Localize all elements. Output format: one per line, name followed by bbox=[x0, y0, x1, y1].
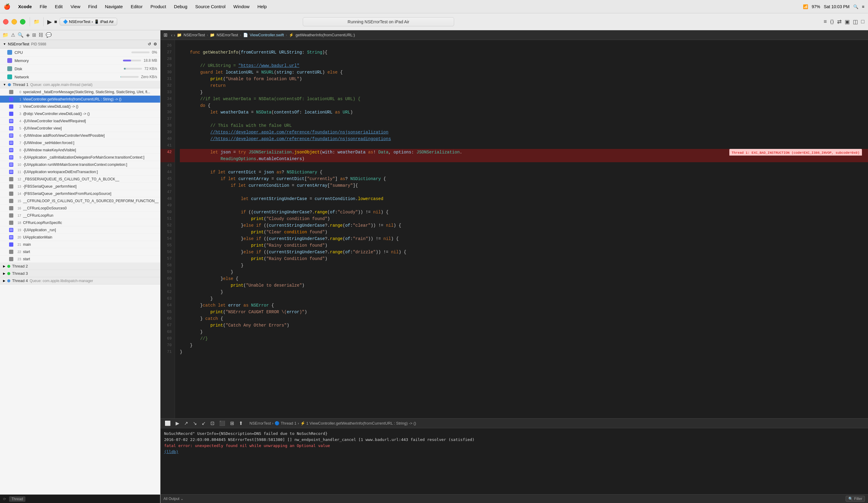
frame-0[interactable]: 0 specialized _fatalErrorMessage(StaticS… bbox=[0, 88, 160, 96]
minimize-button[interactable] bbox=[11, 19, 17, 24]
editor-grid-icon[interactable]: ⊞ bbox=[164, 32, 167, 38]
step-over-icon[interactable]: ↗ bbox=[183, 420, 189, 427]
nav-warning-icon[interactable]: ⚠ bbox=[11, 32, 15, 38]
menu-extras-icon[interactable]: ≡ bbox=[862, 4, 864, 9]
frame-19[interactable]: 19 -[UIApplication _run] bbox=[0, 227, 160, 234]
thread-1-chevron[interactable]: ▼ bbox=[3, 83, 6, 86]
network-resource[interactable]: Network Zero KB/s bbox=[0, 73, 160, 81]
nav-link-icon[interactable]: ⛓ bbox=[39, 32, 43, 38]
menu-file[interactable]: File bbox=[39, 3, 48, 10]
menu-product[interactable]: Product bbox=[149, 3, 167, 10]
nav-folder-icon[interactable]: 📁 bbox=[2, 32, 9, 38]
disk-resource[interactable]: Disk 72 KB/s bbox=[0, 65, 160, 73]
frame-2[interactable]: 2 ViewController.viewDidLoad() -> () bbox=[0, 103, 160, 110]
layout-icon-1[interactable]: ≡ bbox=[823, 18, 828, 25]
frame-6[interactable]: 6 -[UIWindow addRootViewControllerViewIf… bbox=[0, 132, 160, 139]
nav-search-icon[interactable]: 🔍 bbox=[18, 32, 24, 38]
frame-5[interactable]: 5 -[UIViewController view] bbox=[0, 125, 160, 132]
breadcrumb-file[interactable]: ViewController.swift bbox=[250, 33, 284, 37]
close-button[interactable] bbox=[3, 19, 9, 24]
frame-13[interactable]: 13 -[FBSSerialQueue _performNext] bbox=[0, 183, 160, 190]
frame-10[interactable]: 10 -[UIApplication runWithMainScene:tran… bbox=[0, 161, 160, 168]
maximize-button[interactable] bbox=[20, 19, 25, 24]
frame-17[interactable]: 17 __CFRunLoopRun bbox=[0, 212, 160, 219]
code-editor[interactable]: 26 27 28 29 30 31 32 33 34 35 36 37 38 3… bbox=[161, 40, 868, 418]
frame-18[interactable]: 18 CFRunLoopRunSpecific bbox=[0, 219, 160, 227]
output-label[interactable]: All Output ⌄ bbox=[164, 497, 184, 501]
menu-window[interactable]: Window bbox=[232, 3, 251, 10]
stop-button[interactable]: ■ bbox=[54, 19, 57, 24]
navigator-icon[interactable]: 📁 bbox=[34, 19, 40, 24]
frame-8[interactable]: 8 -[UIWindow makeKeyAndVisible] bbox=[0, 146, 160, 154]
layout-icon-2[interactable]: ⟨⟩ bbox=[829, 18, 835, 26]
search-icon[interactable]: 🔍 bbox=[853, 4, 858, 9]
frame-12[interactable]: 12 _FBSSERIAlQUEUE_IS_CALLING_OUT_TO_A_B… bbox=[0, 176, 160, 183]
apple-menu[interactable]: 🍎 bbox=[4, 3, 10, 10]
frame-7[interactable]: 7 -[UIWindow _setHidden:forced:] bbox=[0, 139, 160, 146]
nav-filter-icon[interactable]: ◈ bbox=[26, 32, 30, 38]
menu-view[interactable]: View bbox=[69, 3, 81, 10]
thread-2-header[interactable]: ▶ Thread 2 bbox=[0, 263, 160, 270]
frame-20[interactable]: 20 UIApplicationMain bbox=[0, 234, 160, 241]
layout-icon-3[interactable]: ⇄ bbox=[837, 18, 842, 26]
thread-2-chevron[interactable]: ▶ bbox=[3, 264, 6, 268]
step-into-icon[interactable]: ↘ bbox=[192, 420, 198, 427]
layout-icon-5[interactable]: ◫ bbox=[852, 18, 859, 26]
frame-14[interactable]: 14 -[FBSSerialQueue _performNextFromRunL… bbox=[0, 190, 160, 197]
run-button[interactable]: ▶ bbox=[47, 18, 52, 25]
frame-21[interactable]: 21 main bbox=[0, 241, 160, 248]
frame-9[interactable]: 9 -[UIApplication _callInitializationDel… bbox=[0, 154, 160, 161]
frame-15[interactable]: 15 __CFRUNLOOP_IS_CALLING_OUT_TO_A_SOURC… bbox=[0, 197, 160, 205]
thread-1-header[interactable]: ▼ Thread 1 Queue: com.apple.main-thread … bbox=[0, 81, 160, 88]
layout-icon-4[interactable]: ▣ bbox=[844, 18, 850, 26]
frame-11[interactable]: 11 -[UIApplication workspaceDidEndTransa… bbox=[0, 168, 160, 176]
breadcrumb-nserrortest-2[interactable]: NSErrorTest bbox=[216, 33, 238, 37]
breadcrumb-nserrortest-1[interactable]: NSErrorTest bbox=[184, 33, 205, 37]
frame-23-name: start bbox=[23, 257, 30, 261]
linenum-48: 48 bbox=[161, 196, 175, 202]
menu-debug[interactable]: Debug bbox=[173, 3, 189, 10]
nav-back-arrow[interactable]: ‹ bbox=[171, 33, 173, 38]
frame-23[interactable]: 23 start bbox=[0, 255, 160, 263]
breadcrumb-function[interactable]: getWeatherInfo(fromCurrentURL:) bbox=[296, 33, 355, 37]
frame-4[interactable]: 4 -[UIViewController loadViewIfRequired] bbox=[0, 117, 160, 125]
menu-navigate[interactable]: Navigate bbox=[104, 3, 124, 10]
continue-icon[interactable]: ▶ bbox=[174, 420, 180, 427]
step-out-icon[interactable]: ↙ bbox=[200, 420, 207, 427]
code-text[interactable]: func getWeatherInfo(fromCurrentURL URLSt… bbox=[175, 40, 868, 418]
frame-icon[interactable]: ⬛ bbox=[218, 420, 226, 427]
nav-grid-icon[interactable]: ⊞ bbox=[32, 32, 36, 38]
menu-xcode[interactable]: Xcode bbox=[17, 3, 33, 10]
breadcrumb-folder[interactable]: 📁 bbox=[210, 33, 215, 37]
nav-chat-icon[interactable]: 💬 bbox=[46, 32, 52, 38]
frame-22[interactable]: 22 start bbox=[0, 248, 160, 255]
nav-forward-arrow[interactable]: › bbox=[174, 33, 175, 38]
breakpoint-icon[interactable]: ⊡ bbox=[209, 420, 216, 427]
menu-source-control[interactable]: Source Control bbox=[194, 3, 227, 10]
frame-6-num: 6 bbox=[15, 134, 21, 137]
cpu-resource[interactable]: CPU 0% bbox=[0, 49, 160, 56]
expand-chevron[interactable]: ▼ bbox=[3, 42, 6, 46]
refresh-icon[interactable]: ↺ bbox=[148, 42, 151, 46]
menu-editor[interactable]: Editor bbox=[130, 3, 144, 10]
frame-16[interactable]: 16 __CFRunLoopDoSources0 bbox=[0, 205, 160, 212]
location-icon[interactable]: ⊞ bbox=[229, 420, 235, 427]
console-toggle-icon[interactable]: ⬜ bbox=[164, 420, 172, 427]
frame-3[interactable]: 3 @objc ViewController.viewDidLoad() -> … bbox=[0, 110, 160, 117]
linenum-36: 36 bbox=[161, 109, 175, 116]
thread-4-chevron[interactable]: ▶ bbox=[3, 279, 6, 282]
thread-4-header[interactable]: ▶ Thread 4 Queue: com.apple.libdispatch-… bbox=[0, 277, 160, 284]
memory-resource[interactable]: Memory 18.8 MB bbox=[0, 56, 160, 65]
thread-3-chevron[interactable]: ▶ bbox=[3, 272, 6, 275]
layout-icon-6[interactable]: □ bbox=[860, 18, 865, 25]
filter-box[interactable]: 🔍 Filter bbox=[846, 496, 865, 502]
scheme-selector[interactable]: 🔷 NSErrorTest › 📱 iPad Air bbox=[60, 18, 117, 25]
menu-edit[interactable]: Edit bbox=[54, 3, 64, 10]
menu-find[interactable]: Find bbox=[87, 3, 98, 10]
frame-1[interactable]: 1 ViewController.getWeatherInfo(fromCurr… bbox=[0, 96, 160, 103]
settings-icon[interactable]: ⚙ bbox=[154, 42, 157, 46]
menu-help[interactable]: Help bbox=[256, 3, 268, 10]
share-icon[interactable]: ⬆ bbox=[238, 420, 244, 427]
thread-3-header[interactable]: ▶ Thread 3 bbox=[0, 270, 160, 277]
console-line-4[interactable]: (lldb) bbox=[164, 449, 864, 455]
